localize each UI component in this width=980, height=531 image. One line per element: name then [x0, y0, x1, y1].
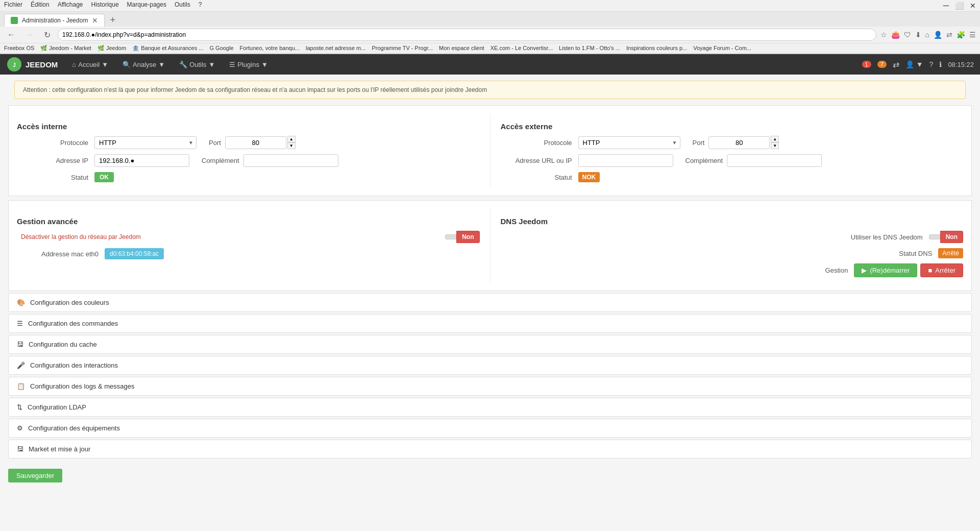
menu-outils[interactable]: Outils [175, 1, 190, 10]
bookmark-freebox[interactable]: Freebox OS [4, 45, 34, 52]
forward-button[interactable]: → [22, 29, 37, 40]
collapsible-header-4[interactable]: 📋 Configuration des logs & messages [9, 377, 971, 395]
advanced-container: Gestion avancée Désactiver la gestion du… [8, 200, 972, 291]
collapsible-header-6[interactable]: ⚙ Configuration des équipements [9, 419, 971, 437]
nav-badge2[interactable]: 7 [877, 61, 887, 68]
collapsible-label-1: Configuration des commandes [28, 320, 118, 327]
complement-externe-input[interactable] [727, 154, 822, 167]
main-content: Attention : cette configuration n'est là… [0, 81, 980, 491]
collapsible-section-3: 🎤 Configuration des interactions [8, 356, 972, 375]
nav-analyse[interactable]: 🔍 Analyse ▼ [116, 58, 171, 71]
protocole-interne-select[interactable]: HTTP HTTPS [94, 136, 197, 149]
save-button[interactable]: Sauvegarder [8, 469, 62, 482]
bookmark-xe[interactable]: XE.com - Le Convertisr... [491, 45, 553, 52]
download-icon[interactable]: ⬇ [915, 31, 921, 39]
close-button[interactable]: ✕ [970, 2, 976, 10]
bookmark-google[interactable]: G Google [209, 45, 233, 52]
bookmark-couleurs[interactable]: Inspirations couleurs p... [626, 45, 687, 52]
bookmark-voyage[interactable]: Voyage Forum - Com... [693, 45, 751, 52]
bookmark-espace[interactable]: Mon espace client [439, 45, 484, 52]
bookmark-laposte[interactable]: laposte.net adresse m... [306, 45, 365, 52]
profile-icon[interactable]: 👤 [934, 31, 942, 39]
protocole-externe-label: Protocole [501, 139, 572, 147]
menu-edition[interactable]: Édition [31, 1, 50, 10]
gestion-avancee-section: Gestion avancée Désactiver la gestion du… [17, 209, 491, 282]
statut-interne-label: Statut [17, 174, 88, 181]
port-interne-input[interactable]: 80 [225, 136, 286, 149]
menu-historique[interactable]: Historique [91, 1, 119, 10]
menu-marquepages[interactable]: Marque-pages [127, 1, 166, 10]
arreter-button[interactable]: ■ Arrêter [920, 263, 963, 277]
address-input[interactable] [58, 29, 876, 41]
port-interne-spin: 80 ▲ ▼ [225, 136, 296, 149]
bookmark-jeedom[interactable]: 🌿 Jeedom [97, 45, 126, 52]
plugins-nav-icon: ☰ [229, 61, 235, 68]
user-icon[interactable]: 👤 ▼ [905, 60, 923, 68]
acces-externe-title: Accès externe [501, 122, 964, 131]
extension-icon[interactable]: 🧩 [957, 31, 965, 39]
acces-interne-section: Accès interne Protocole HTTP HTTPS Port … [17, 114, 491, 187]
network-icon[interactable]: ⇄ [893, 60, 899, 69]
port-externe-up[interactable]: ▲ [771, 136, 779, 142]
menu-affichage[interactable]: Affichage [58, 1, 83, 10]
bookmark-1fm[interactable]: Listen to 1.FM - Otto's ... [559, 45, 620, 52]
tab-close-icon[interactable]: ✕ [92, 16, 98, 25]
collapsible-header-2[interactable]: 🖫 Configuration du cache [9, 335, 971, 353]
nav-accueil[interactable]: ⌂ Accueil ▼ [66, 58, 114, 71]
collapsible-header-0[interactable]: 🎨 Configuration des couleurs [9, 294, 971, 311]
utiliser-dns-toggle: Non [929, 231, 963, 243]
complement-interne-input[interactable] [243, 154, 338, 167]
collapsible-header-5[interactable]: ⇅ Configuration LDAP [9, 398, 971, 416]
nav-outils[interactable]: 🔧 Outils ▼ [173, 58, 221, 71]
adresse-mac-group: Addresse mac eth0 d0:63:b4:00:58:ac [17, 248, 480, 259]
port-externe-down[interactable]: ▼ [771, 142, 779, 149]
app-logo-text: JEEDOM [26, 60, 58, 69]
nav-badge1[interactable]: 1 [862, 61, 871, 68]
minimize-button[interactable]: ─ [943, 1, 949, 10]
help-icon[interactable]: ? [929, 60, 934, 68]
info-icon[interactable]: ℹ [939, 60, 942, 68]
maximize-button[interactable]: ⬜ [955, 2, 964, 10]
port-externe-input[interactable]: 80 [708, 136, 770, 149]
utiliser-dns-toggle-off[interactable] [929, 234, 940, 239]
nav-plugins-label: Plugins [237, 61, 259, 68]
home-icon[interactable]: ⌂ [925, 31, 929, 39]
bookmark-fortuneo[interactable]: Fortuneo, votre banqu... [240, 45, 300, 52]
gestion-dns-label: Gestion [501, 267, 854, 274]
wallet-icon[interactable]: 👛 [891, 31, 900, 39]
active-tab[interactable]: Administration - Jeedom ✕ [4, 14, 105, 27]
adresseip-input[interactable] [94, 154, 189, 167]
shield-icon[interactable]: 🛡 [904, 31, 911, 39]
svg-text:J: J [13, 62, 16, 68]
bookmark-banque[interactable]: 🏦 Banque et Assurances ... [132, 45, 203, 52]
bookmark-jeedom-market[interactable]: 🌿 Jeedom - Market [40, 45, 91, 52]
menu-icon[interactable]: ☰ [969, 31, 976, 39]
bookmark-tv[interactable]: Programme TV - Progr... [372, 45, 433, 52]
collapsible-icon-5: ⇅ [17, 403, 22, 411]
back-button[interactable]: ← [4, 29, 18, 40]
collapsible-header-3[interactable]: 🎤 Configuration des interactions [9, 356, 971, 374]
adresse-url-input[interactable] [578, 154, 673, 167]
collapsible-header-7[interactable]: 🖫 Market et mise à jour [9, 440, 971, 458]
star-icon[interactable]: ☆ [880, 31, 887, 39]
desactiver-toggle-off[interactable] [445, 234, 456, 239]
sync-icon[interactable]: ⇄ [946, 31, 952, 39]
menu-fichier[interactable]: Fichier [4, 1, 22, 10]
nav-plugins[interactable]: ☰ Plugins ▼ [223, 58, 274, 71]
menu-help[interactable]: ? [199, 1, 202, 10]
home-nav-icon: ⌂ [72, 61, 76, 68]
collapsible-label-5: Configuration LDAP [28, 403, 86, 411]
redemarrer-button[interactable]: ▶ (Re)démarrer [854, 263, 917, 277]
port-interne-down[interactable]: ▼ [287, 142, 296, 149]
adresseip-group: Adresse IP Complément [17, 154, 480, 167]
utiliser-dns-toggle-non[interactable]: Non [940, 231, 963, 243]
statut-dns-badge: Arrêté [938, 248, 963, 258]
port-interne-up[interactable]: ▲ [287, 136, 296, 142]
protocole-externe-select[interactable]: HTTP HTTPS [578, 136, 680, 149]
new-tab-button[interactable]: + [107, 15, 118, 26]
desactiver-toggle-non[interactable]: Non [456, 231, 479, 243]
protocole-interne-group: Protocole HTTP HTTPS Port 80 ▲ ▼ [17, 136, 480, 149]
collapsible-header-1[interactable]: ☰ Configuration des commandes [9, 315, 971, 332]
refresh-button[interactable]: ↻ [41, 29, 54, 41]
collapsible-icon-0: 🎨 [17, 299, 25, 306]
